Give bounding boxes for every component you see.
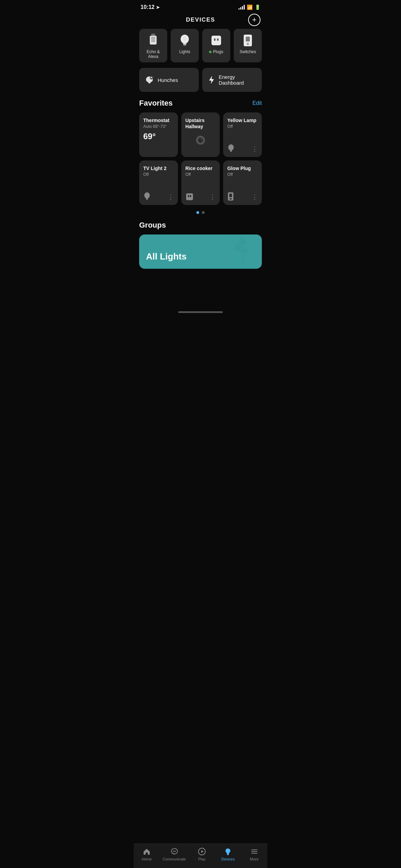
svg-rect-29 <box>188 195 189 197</box>
signal-bars-icon <box>239 5 245 10</box>
all-lights-group-card[interactable]: All Lights <box>139 234 262 269</box>
glow-plug-status: Off <box>227 172 258 177</box>
svg-rect-28 <box>186 193 193 200</box>
battery-icon: 🔋 <box>255 4 260 10</box>
echo-icon <box>147 34 159 47</box>
energy-dashboard-label: Energy Dashboard <box>219 74 256 86</box>
thermostat-subtitle: Auto 68°-73° <box>143 124 174 129</box>
favorite-rice-cooker[interactable]: Rice cooker Off ⋮ <box>181 160 220 205</box>
svg-point-9 <box>183 36 187 41</box>
hallway-camera-icon <box>185 135 216 145</box>
energy-icon <box>208 75 215 85</box>
add-device-button[interactable]: + <box>248 14 260 26</box>
glow-plug-more-button[interactable]: ⋮ <box>252 193 258 201</box>
switches-icon <box>242 34 254 47</box>
hunches-icon <box>145 75 154 85</box>
svg-rect-5 <box>151 41 155 42</box>
svg-rect-2 <box>151 37 155 38</box>
tv-light-status: Off <box>143 172 174 177</box>
svg-point-36 <box>241 248 249 254</box>
svg-rect-11 <box>214 38 216 41</box>
svg-rect-24 <box>230 151 232 152</box>
page-dot-1[interactable] <box>196 211 199 214</box>
time-display: 10:12 <box>141 4 155 10</box>
svg-rect-33 <box>230 198 232 200</box>
svg-rect-10 <box>211 36 221 45</box>
page-title: DEVICES <box>186 16 215 23</box>
rice-cooker-status: Off <box>185 172 216 177</box>
svg-rect-12 <box>217 38 219 41</box>
favorite-upstairs-hallway[interactable]: Upstairs Hallway <box>181 112 220 157</box>
favorite-yellow-lamp[interactable]: Yellow Lamp Off ⋮ <box>223 112 262 157</box>
device-categories: Echo & Alexa Lights <box>134 29 267 68</box>
hunches-label: Hunches <box>158 77 178 83</box>
yellow-lamp-status: Off <box>227 124 258 129</box>
hallway-title: Upstairs Hallway <box>185 117 216 130</box>
svg-rect-27 <box>146 199 148 200</box>
yellow-lamp-more-button[interactable]: ⋮ <box>252 145 258 153</box>
favorites-title: Favorites <box>139 99 173 108</box>
favorite-glow-plug[interactable]: Glow Plug Off ⋮ <box>223 160 262 205</box>
energy-dashboard-button[interactable]: Energy Dashboard <box>202 68 262 92</box>
pagination-dots <box>134 210 267 221</box>
rice-cooker-plug-icon <box>185 193 194 201</box>
thermostat-title: Thermostat <box>143 117 174 123</box>
svg-rect-0 <box>151 34 155 36</box>
yellow-lamp-title: Yellow Lamp <box>227 117 258 123</box>
groups-section: Groups All Lights <box>134 221 267 274</box>
category-lights[interactable]: Lights <box>171 29 199 62</box>
favorites-grid: Thermostat Auto 68°-73° 69° Upstairs Hal… <box>134 112 267 210</box>
rice-cooker-title: Rice cooker <box>185 165 216 171</box>
switches-label: Switches <box>240 49 256 54</box>
category-echo[interactable]: Echo & Alexa <box>139 29 167 62</box>
svg-point-35 <box>239 239 247 245</box>
edit-favorites-button[interactable]: Edit <box>252 100 262 106</box>
category-plugs[interactable]: Plugs <box>202 29 230 62</box>
tv-light-title: TV Light 2 <box>143 165 174 171</box>
category-switches[interactable]: Switches <box>234 29 262 62</box>
svg-rect-14 <box>246 37 250 41</box>
svg-point-22 <box>228 144 234 150</box>
svg-rect-4 <box>151 40 155 40</box>
online-dot <box>209 51 211 53</box>
svg-point-21 <box>200 139 202 140</box>
svg-point-25 <box>144 192 150 198</box>
svg-rect-3 <box>151 38 155 39</box>
plugs-label: Plugs <box>209 49 223 54</box>
status-bar: 10:12 ➤ 📶 🔋 <box>134 0 267 13</box>
page-dot-2[interactable] <box>202 211 205 214</box>
groups-title: Groups <box>139 221 262 230</box>
svg-rect-7 <box>183 43 186 45</box>
wide-buttons: Hunches Energy Dashboard <box>134 68 267 99</box>
lights-label: Lights <box>179 49 190 54</box>
plugs-icon <box>210 34 222 47</box>
favorites-header: Favorites Edit <box>134 99 267 112</box>
svg-marker-17 <box>209 76 214 84</box>
page-header: DEVICES + <box>134 13 267 29</box>
rice-cooker-more-button[interactable]: ⋮ <box>209 193 216 201</box>
tv-light-more-button[interactable]: ⋮ <box>168 193 174 201</box>
thermostat-value: 69° <box>143 132 174 141</box>
svg-rect-23 <box>230 150 232 151</box>
all-lights-label: All Lights <box>146 251 186 262</box>
favorite-thermostat[interactable]: Thermostat Auto 68°-73° 69° <box>139 112 178 157</box>
tv-light-bulb-icon <box>143 192 151 201</box>
svg-rect-32 <box>229 194 232 197</box>
status-time: 10:12 ➤ <box>141 4 160 10</box>
hunches-button[interactable]: Hunches <box>139 68 199 92</box>
echo-label: Echo & Alexa <box>142 49 165 59</box>
home-indicator <box>178 311 223 313</box>
status-icons: 📶 🔋 <box>239 4 260 10</box>
svg-rect-30 <box>190 195 191 197</box>
svg-rect-15 <box>247 43 249 45</box>
location-arrow-icon: ➤ <box>156 5 160 10</box>
glow-plug-title: Glow Plug <box>227 165 258 171</box>
svg-rect-26 <box>146 198 148 199</box>
lights-icon <box>179 34 191 47</box>
svg-rect-8 <box>183 45 186 46</box>
yellow-lamp-bulb-icon <box>227 144 235 153</box>
glow-plug-switch-icon <box>227 192 234 201</box>
wifi-icon: 📶 <box>247 4 253 10</box>
favorite-tv-light-2[interactable]: TV Light 2 Off ⋮ <box>139 160 178 205</box>
